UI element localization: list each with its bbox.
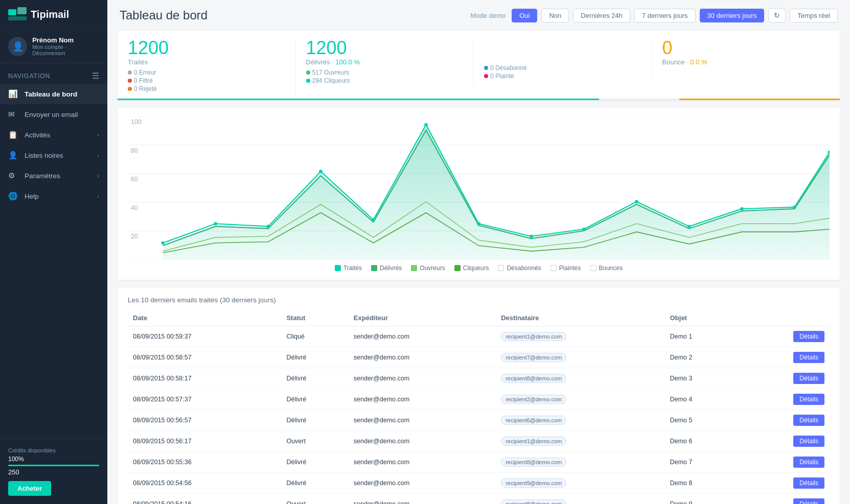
legend-traites-color <box>335 265 341 271</box>
legend-delivres-color <box>371 265 377 271</box>
sidebar-item-parametres[interactable]: ⚙ Paramètres › <box>0 165 107 186</box>
nav-menu-icon[interactable]: ☰ <box>92 71 99 81</box>
erreur-text: 0 Erreur <box>134 69 156 76</box>
stats-card: 1200 Traités 0 Erreur 0 Filtré 0 Rejeté <box>118 31 840 100</box>
cell-date: 08/09/2015 00:58:17 <box>128 368 281 389</box>
delivres-items: 517 Ouvreurs 284 Cliqueurs <box>306 69 464 84</box>
svg-text:40: 40 <box>131 204 138 211</box>
cliqueurs-item: 284 Cliqueurs <box>306 77 464 84</box>
user-profile[interactable]: 👤 Prénom Nom Mon compte · Déconnexion <box>0 29 107 64</box>
legend-bounces-color <box>590 265 596 271</box>
svg-point-20 <box>477 222 480 225</box>
col-date: Date <box>128 310 281 326</box>
table-section: Les 10 derniers emails traités (30 derni… <box>118 288 840 504</box>
cell-subject: Demo 2 <box>665 347 738 368</box>
cell-to: recipient8@demo.com <box>496 368 665 389</box>
filter-7j-button[interactable]: 7 derniers jours <box>634 9 696 22</box>
filtre-text: 0 Filtré <box>134 77 153 84</box>
sidebar-item-activites[interactable]: 📋 Activités › <box>0 125 107 145</box>
cell-to: recipient9@demo.com <box>496 473 665 494</box>
svg-point-15 <box>214 222 217 225</box>
sidebar-item-label: Listes noires <box>25 152 97 159</box>
oui-button[interactable]: Oui <box>512 9 537 22</box>
sidebar-item-label: Help <box>25 193 97 200</box>
refresh-button[interactable]: ↻ <box>768 8 786 22</box>
cell-subject: Demo 9 <box>665 494 738 505</box>
mode-demo-label: Mode demo <box>471 12 506 19</box>
bounce-percent: · 0.0 % <box>686 58 707 66</box>
table-row: 08/09/2015 00:59:37 Cliqué sender@demo.c… <box>128 326 830 347</box>
legend-traites-label: Traités <box>343 265 362 272</box>
credits-bar-fill <box>8 465 99 466</box>
sidebar-item-help[interactable]: 🌐 Help › <box>0 186 107 206</box>
plainte-item: 0 Plainte <box>484 73 641 80</box>
detail-button[interactable]: Détails <box>793 352 824 363</box>
cell-from: sender@demo.com <box>349 431 496 452</box>
detail-button[interactable]: Détails <box>793 415 824 426</box>
email-icon: ✉ <box>8 110 19 119</box>
cell-date: 08/09/2015 00:57:37 <box>128 389 281 410</box>
svg-text:100: 100 <box>131 118 142 126</box>
col-objet: Objet <box>665 310 738 326</box>
erreur-item: 0 Erreur <box>128 69 285 76</box>
cell-action: Détails <box>738 452 830 473</box>
table-row: 08/09/2015 00:56:57 Délivré sender@demo.… <box>128 410 830 431</box>
cell-date: 08/09/2015 00:56:17 <box>128 431 281 452</box>
stats-block-delivres: 1200 Délivrés · 100.0 % 517 Ouvreurs 284… <box>306 39 474 85</box>
temps-reel-button[interactable]: Temps réel <box>790 9 838 22</box>
logo-text: Tipimail <box>31 9 69 20</box>
detail-button[interactable]: Détails <box>793 498 824 504</box>
detail-button[interactable]: Détails <box>793 457 824 468</box>
filter-30j-button[interactable]: 30 derniers jours <box>700 9 765 22</box>
desabonne-text: 0 Désabonné <box>490 64 526 71</box>
underline-bounce <box>679 99 840 100</box>
sidebar-item-envoyer-email[interactable]: ✉ Envoyer un email <box>0 104 107 125</box>
help-icon: 🌐 <box>8 191 19 201</box>
sidebar-item-listes-noires[interactable]: 👤 Listes noires › <box>0 145 107 165</box>
svg-point-19 <box>424 123 428 126</box>
traites-items: 0 Erreur 0 Filtré <box>128 69 285 84</box>
delivres-count: 1200 <box>306 39 464 57</box>
detail-button[interactable]: Détails <box>793 477 824 489</box>
detail-button[interactable]: Détails <box>793 394 824 405</box>
sidebar-logo: Tipimail <box>0 0 107 29</box>
orange-dot <box>128 87 132 91</box>
sidebar-item-tableau-de-bord[interactable]: 📊 Tableau de bord <box>0 84 107 104</box>
detail-button[interactable]: Détails <box>793 436 824 447</box>
cell-action: Détails <box>738 494 830 505</box>
credits-count: 250 <box>8 468 99 476</box>
svg-point-24 <box>687 225 691 228</box>
table-row: 08/09/2015 00:56:17 Ouvert sender@demo.c… <box>128 431 830 452</box>
chevron-right-icon: › <box>97 173 99 179</box>
bounce-count: 0 <box>662 39 820 57</box>
cell-action: Détails <box>738 431 830 452</box>
legend-delivres: Délivrés <box>371 265 402 272</box>
legend-cliqueurs: Cliqueurs <box>454 265 489 272</box>
cell-from: sender@demo.com <box>349 494 496 505</box>
buy-button[interactable]: Acheter <box>8 481 51 496</box>
cell-to: recipient2@demo.com <box>496 389 665 410</box>
non-button[interactable]: Non <box>541 9 569 22</box>
cell-date: 08/09/2015 00:56:57 <box>128 410 281 431</box>
detail-button[interactable]: Détails <box>793 373 824 384</box>
stats-block-unsub: 0 Désabonné 0 Plainte <box>484 39 652 81</box>
cell-subject: Demo 6 <box>665 431 738 452</box>
blue-dot <box>484 66 488 70</box>
credits-section: Crédits disponibles 100% 250 Acheter <box>0 439 107 504</box>
cell-from: sender@demo.com <box>349 389 496 410</box>
svg-rect-1 <box>17 7 27 14</box>
chart-section: 100 80 60 40 20 <box>118 108 840 280</box>
cell-subject: Demo 5 <box>665 410 738 431</box>
bounce-label: Bounce · 0.0 % <box>662 58 820 66</box>
stats-block-bounce: 0 Bounce · 0.0 % <box>662 39 830 66</box>
legend-cliqueurs-label: Cliqueurs <box>463 265 489 272</box>
filter-24h-button[interactable]: Dernières 24h <box>573 9 630 22</box>
cell-status: Ouvert <box>281 494 348 505</box>
detail-button[interactable]: Détails <box>793 331 824 342</box>
cell-action: Détails <box>738 368 830 389</box>
credits-bar <box>8 465 99 466</box>
rejete-item: 0 Rejeté <box>128 85 285 92</box>
user-sub: Mon compte · Déconnexion <box>32 44 99 56</box>
legend-delivres-label: Délivrés <box>380 265 402 272</box>
stats-block-traites: 1200 Traités 0 Erreur 0 Filtré 0 Rejeté <box>128 39 296 93</box>
